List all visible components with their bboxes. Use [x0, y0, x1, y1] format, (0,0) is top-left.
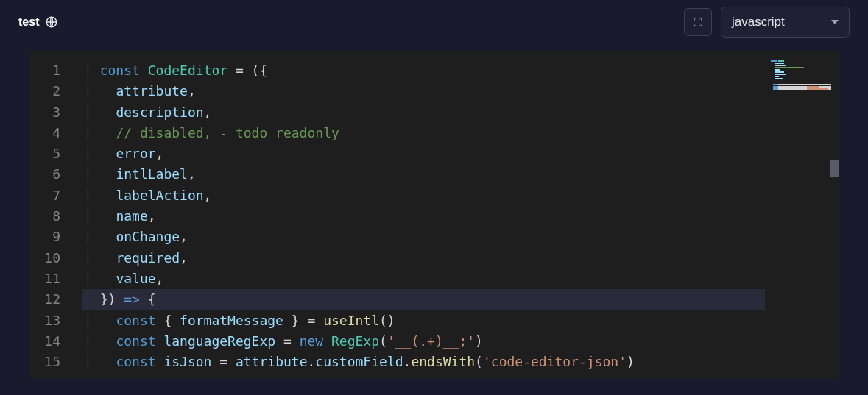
line-number: 7: [29, 185, 60, 206]
code-line[interactable]: │ const isJson = attribute.customField.e…: [82, 352, 839, 372]
line-number: 3: [29, 102, 60, 123]
code-line[interactable]: │ intlLabel,: [82, 164, 839, 185]
code-line[interactable]: │ description,: [82, 102, 839, 123]
line-number: 11: [29, 268, 60, 289]
title-wrap: test: [18, 15, 58, 29]
code-line[interactable]: │ name,: [82, 206, 839, 227]
code-line[interactable]: │ const { formatMessage } = useIntl(): [82, 310, 839, 331]
line-number: 14: [29, 331, 60, 352]
code-line[interactable]: │ onChange,: [82, 227, 839, 247]
line-number: 10: [29, 248, 60, 268]
line-number: 6: [29, 164, 60, 185]
line-number: 12: [29, 289, 60, 310]
code-line[interactable]: │ value,: [82, 268, 839, 289]
line-number: 8: [29, 206, 60, 227]
line-number: 9: [29, 227, 60, 247]
line-number: 5: [29, 143, 60, 164]
minimap-content: [771, 60, 831, 90]
code-content[interactable]: │ const CodeEditor = ({│ attribute,│ des…: [71, 51, 839, 372]
line-number: 2: [29, 81, 60, 102]
line-number: 15: [29, 352, 60, 372]
code-line[interactable]: │ const CodeEditor = ({: [82, 60, 839, 81]
code-line[interactable]: │ // disabled, - todo readonly: [82, 123, 839, 143]
line-number: 4: [29, 123, 60, 143]
chevron-down-icon: [831, 20, 839, 24]
code-line[interactable]: │ labelAction,: [82, 185, 839, 206]
scrollbar-thumb[interactable]: [830, 160, 839, 177]
field-title: test: [18, 15, 39, 29]
language-select[interactable]: javascript: [721, 7, 850, 38]
code-line[interactable]: │ error,: [82, 143, 839, 164]
line-number-gutter: 123456789101112131415: [29, 51, 71, 372]
editor-header: test javascript: [0, 0, 868, 44]
code-line[interactable]: │ }) => {: [82, 289, 839, 310]
language-select-value: javascript: [732, 15, 785, 29]
minimap[interactable]: [765, 51, 839, 379]
code-editor[interactable]: 123456789101112131415 │ const CodeEditor…: [29, 51, 839, 379]
fullscreen-button[interactable]: [684, 8, 712, 36]
expand-icon: [692, 16, 704, 28]
code-line[interactable]: │ const languageRegExp = new RegExp('__(…: [82, 331, 839, 352]
line-number: 1: [29, 60, 60, 81]
line-number: 13: [29, 310, 60, 331]
globe-icon: [45, 15, 58, 29]
editor-controls: javascript: [684, 7, 850, 38]
code-line[interactable]: │ attribute,: [82, 81, 839, 102]
code-line[interactable]: │ required,: [82, 248, 839, 268]
